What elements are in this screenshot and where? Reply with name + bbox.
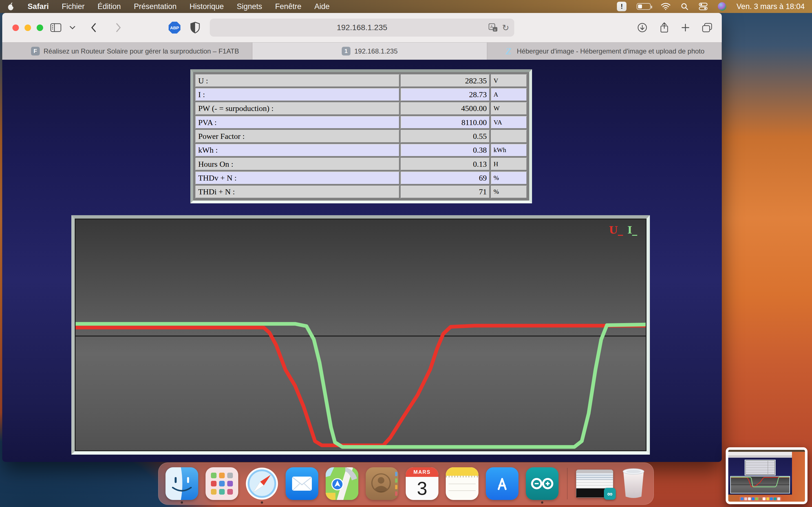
address-bar-url[interactable]: 192.168.1.235 [337,23,387,32]
running-indicator [541,501,543,504]
tab-bar: F Réalisez un Routeur Solaire pour gérer… [2,42,722,60]
adblock-plus-extension-icon[interactable]: ABP [168,22,181,34]
calendar-month: MARS [406,467,439,477]
tab-label: Hébergeur d'image - Hébergement d'image … [517,47,705,55]
calendar-day: 3 [406,477,439,500]
measurements-table-frame: U :282.35V I :28.73A PW (- = surpoductio… [190,69,532,203]
chart-legend: U_ I_ [609,224,637,236]
dock-finder-icon[interactable] [165,467,198,500]
window-close-button[interactable] [12,24,19,31]
series-I [75,324,646,447]
menu-bar: Safari Fichier Édition Présentation Hist… [0,0,812,13]
menu-app-name[interactable]: Safari [28,2,49,11]
dock-notes-icon[interactable] [446,467,478,500]
downloads-button[interactable] [637,22,647,33]
thumbnail-dock [740,497,781,501]
table-row: PW (- = surpoduction) :4500.00W [195,102,527,115]
address-bar[interactable]: 192.168.1.235 Aa ↻ [210,18,514,37]
table-row: Hours On :0.13H [195,158,527,170]
apple-menu-icon[interactable] [7,2,15,11]
dock-appstore-icon[interactable] [486,467,518,500]
thumbnail-screen [728,450,805,502]
arduino-badge-icon: ∞ [604,488,616,500]
running-indicator [181,501,183,504]
table-row: U :282.35V [195,74,527,87]
dock-safari-icon[interactable] [246,467,278,500]
dock-trash-icon[interactable] [620,468,647,499]
dock-maps-icon[interactable] [326,467,358,500]
running-indicator [261,501,263,504]
forward-button[interactable] [116,23,121,33]
thumbnail-table [745,460,775,475]
menu-signets[interactable]: Signets [237,2,262,11]
tab-router-active[interactable]: 1 192.168.1.235 [252,43,487,60]
dock-launchpad-icon[interactable] [206,467,238,500]
svg-text:a: a [494,28,496,31]
tab-label: Réalisez un Routeur Solaire pour gérer l… [44,47,239,55]
dock: MARS 3 [158,462,654,505]
table-row: I :28.73A [195,88,527,101]
safari-window: ABP 192.168.1.235 Aa ↻ [2,13,722,462]
thumbnail-safari-window [728,452,792,495]
thumbnail-chart [730,476,790,494]
table-row: Power Factor :0.55 [195,130,527,143]
siri-icon[interactable] [718,2,726,11]
svg-text:A: A [490,24,493,29]
tab-f1atb[interactable]: F Réalisez un Routeur Solaire pour gérer… [18,43,252,60]
tab-label: 192.168.1.235 [354,47,398,55]
desktop: Safari Fichier Édition Présentation Hist… [0,0,812,507]
waveform-chart-frame: U_ I_ [71,215,650,455]
notification-alert-icon[interactable]: ! [617,2,626,11]
wifi-icon[interactable] [661,3,670,10]
battery-icon[interactable] [637,3,651,10]
tab-image-host[interactable]: Z Hébergeur d'image - Hébergement d'imag… [487,43,722,60]
dock-calendar-icon[interactable]: MARS 3 [406,467,439,500]
table-row: THDi + N :71% [195,186,527,198]
tab-overview-button[interactable] [702,23,712,33]
series-U [75,326,646,445]
shield-extension-icon[interactable] [190,22,200,34]
table-row: kWh :0.38kWh [195,144,527,157]
legend-i: I_ [627,224,637,236]
dock-arduino-icon[interactable] [526,467,559,500]
dock-mail-icon[interactable] [286,467,318,500]
menu-fenetre[interactable]: Fenêtre [275,2,301,11]
menu-bar-clock[interactable]: Ven. 3 mars à 18:04 [737,2,805,11]
tab-favicon-f1atb: F [31,47,40,55]
reload-icon[interactable]: ↻ [502,23,509,33]
window-minimize-button[interactable] [24,24,31,31]
page-content: U :282.35V I :28.73A PW (- = surpoductio… [2,60,722,462]
table-row: THDv + N :69% [195,172,527,184]
screenshot-preview-thumbnail[interactable] [726,447,808,504]
menu-fichier[interactable]: Fichier [62,2,85,11]
control-center-icon[interactable] [699,3,708,10]
spotlight-search-icon[interactable] [680,3,689,10]
legend-u: U_ [609,224,623,236]
menu-aide[interactable]: Aide [314,2,329,11]
measurements-table: U :282.35V I :28.73A PW (- = surpoductio… [194,73,528,200]
safari-toolbar: ABP 192.168.1.235 Aa ↻ [2,13,722,42]
share-button[interactable] [660,22,669,33]
sidebar-toggle-button[interactable] [50,23,61,32]
series-U [731,477,790,487]
thumbnail-menubar [728,450,805,452]
window-zoom-button[interactable] [37,24,43,31]
dock-separator [567,468,567,499]
menu-presentation[interactable]: Présentation [134,2,177,11]
table-row: PVA :8110.00VA [195,116,527,129]
menu-historique[interactable]: Historique [190,2,224,11]
translate-icon[interactable]: Aa [489,23,498,32]
dock-minimized-arduino-window[interactable]: ∞ [576,469,613,498]
new-tab-button[interactable] [681,23,690,32]
dock-contacts-icon[interactable] [366,467,398,500]
back-button[interactable] [91,23,96,33]
menu-edition[interactable]: Édition [98,2,121,11]
sidebar-chevron-down-icon[interactable] [69,25,75,30]
tab-favicon-router: 1 [342,47,350,55]
tab-favicon-zupimages: Z [504,47,513,55]
waveform-plot: U_ I_ [75,219,647,451]
waveform-svg [75,219,646,450]
